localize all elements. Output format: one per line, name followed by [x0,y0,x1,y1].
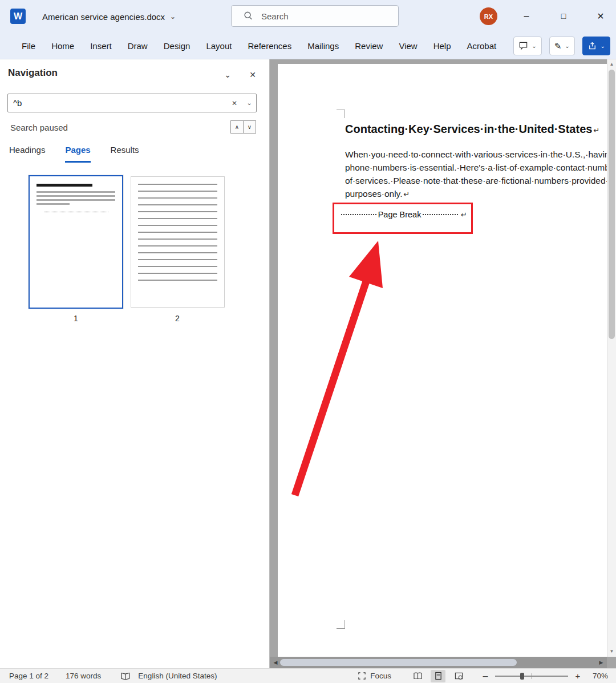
pen-icon: ✎ [554,41,562,51]
status-bar: Page 1 of 2 176 words English (United St… [0,668,616,683]
scroll-up-button[interactable]: ▲ [607,60,616,68]
clear-icon: ✕ [232,99,237,107]
horizontal-scrollbar[interactable]: ◀ ▶ [270,657,607,668]
proofing-status-button[interactable] [120,672,131,681]
ribbon-tab-help[interactable]: Help [425,33,459,59]
scroll-down-button[interactable]: ▼ [607,648,616,656]
editing-mode-button[interactable]: ✎ ⌄ [549,37,575,55]
print-layout-icon [435,672,442,680]
share-button[interactable]: ⌄ [582,37,610,55]
maximize-button[interactable]: □ [551,0,576,32]
page-thumbnail-2[interactable] [131,176,225,308]
zoom-out-icon: – [483,671,488,681]
scroll-down-icon: ▼ [610,649,614,654]
avatar-initials: RX [484,13,493,20]
thumbnail-text-line [37,195,115,197]
ribbon-tab-home[interactable]: Home [43,33,82,59]
close-button[interactable]: ✕ [588,0,613,32]
thumbnail-page-number-1: 1 [70,314,82,323]
chevron-down-icon: ∨ [248,124,252,130]
language-selector[interactable]: English (United States) [138,672,217,680]
comment-icon [518,41,528,51]
tab-pages[interactable]: Pages [65,145,90,163]
zoom-in-button[interactable]: + [573,671,583,681]
account-avatar[interactable]: RX [480,7,497,25]
chevron-up-icon: ∧ [235,124,239,130]
vertical-scrollbar[interactable]: ▲ ▼ [607,59,616,657]
zoom-level[interactable]: 70% [583,672,608,680]
paragraph-line-text: purposes·only. [345,189,403,199]
ribbon-right-controls: ⌄ ✎ ⌄ ⌄ [513,37,610,55]
share-icon [587,41,597,51]
ribbon-tab-insert[interactable]: Insert [82,33,120,59]
navigation-pane: Navigation ⌄ ✕ ^b ✕ ⌄ Search paused ∧ ∨ … [0,59,270,668]
ribbon-tab-draw[interactable]: Draw [120,33,156,59]
navigation-collapse-button[interactable]: ⌄ [220,67,236,83]
zoom-slider-notch [532,673,532,679]
tab-headings[interactable]: Headings [9,145,45,163]
crop-mark-bottom [337,620,345,629]
tab-results[interactable]: Results [111,145,139,163]
document-title-menu[interactable]: American service agencies.docx ⌄ [42,0,176,33]
ribbon-tab-mailings[interactable]: Mailings [299,33,347,59]
zoom-slider[interactable] [495,676,568,677]
horizontal-scroll-thumb[interactable] [280,659,517,666]
ribbon-tab-file[interactable]: File [14,33,43,59]
document-paragraph-line: When·you·need·to·connect·with·various·se… [345,149,607,160]
zoom-out-button[interactable]: – [480,671,491,681]
ribbon: File Home Insert Draw Design Layout Refe… [0,33,616,59]
navigation-tabs: Headings Pages Results [9,145,139,163]
read-mode-icon [413,672,423,680]
web-layout-button[interactable] [451,670,466,682]
chevron-down-icon: ⌄ [170,13,176,21]
focus-icon [358,672,366,680]
chevron-down-icon: ⌄ [565,43,569,49]
chevron-down-icon: ⌄ [601,43,605,49]
document-title-text: American service agencies.docx [42,12,165,22]
ribbon-tab-acrobat[interactable]: Acrobat [459,33,505,59]
navigation-close-button[interactable]: ✕ [245,67,261,83]
focus-mode-button[interactable]: Focus [358,672,391,680]
navigation-search-value: ^b [8,98,226,108]
thumbnail-page-break-line [44,212,108,212]
search-options-dropdown[interactable]: ⌄ [242,99,256,107]
page-thumbnail-1[interactable] [29,175,123,309]
scroll-left-icon: ◀ [274,660,278,665]
close-icon: ✕ [597,11,604,22]
comments-button[interactable]: ⌄ [513,37,541,55]
next-result-button[interactable]: ∨ [243,120,256,134]
scroll-left-button[interactable]: ◀ [271,657,280,668]
search-icon [243,11,253,21]
proofing-book-icon [120,672,131,681]
vertical-scroll-thumb[interactable] [609,70,615,339]
page-indicator[interactable]: Page 1 of 2 [9,672,48,680]
ribbon-tab-layout[interactable]: Layout [198,33,240,59]
ribbon-tab-references[interactable]: References [240,33,299,59]
read-mode-button[interactable] [410,670,425,682]
document-paragraph-line: of·services.·Please·note·that·these·are·… [345,176,607,186]
navigation-search-input[interactable]: ^b ✕ ⌄ [7,94,257,112]
thumbnail-text-lines [138,184,217,285]
thumbnail-title-line [37,184,92,187]
titlebar-search-input[interactable]: Search [231,5,399,27]
ribbon-tab-view[interactable]: View [391,33,425,59]
zoom-slider-thumb[interactable] [520,673,524,680]
crop-mark-top [337,110,345,118]
word-count[interactable]: 176 words [66,672,101,680]
print-layout-button[interactable] [431,670,445,682]
document-heading: Contacting·Key·Services·in·the·United·St… [345,123,599,136]
word-logo[interactable]: W [10,9,26,24]
annotation-red-rectangle [333,203,473,234]
chevron-down-icon: ⌄ [246,99,252,106]
minimize-button[interactable]: – [514,0,539,32]
chevron-down-icon: ⌄ [224,70,231,79]
previous-result-button[interactable]: ∧ [230,120,244,134]
scroll-right-button[interactable]: ▶ [597,657,606,668]
ribbon-tab-review[interactable]: Review [347,33,391,59]
word-application-window: W American service agencies.docx ⌄ Searc… [0,0,616,683]
thumbnail-text-line [37,191,115,193]
titlebar: W American service agencies.docx ⌄ Searc… [0,0,616,33]
ribbon-tab-design[interactable]: Design [156,33,198,59]
document-page[interactable]: Contacting·Key·Services·in·the·United·St… [278,64,607,657]
clear-search-button[interactable]: ✕ [226,99,242,107]
